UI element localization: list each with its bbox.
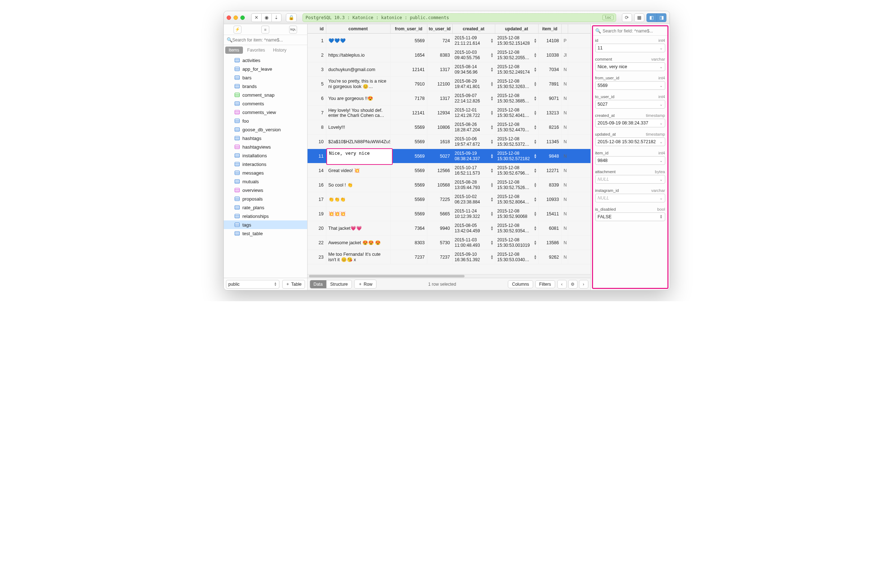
cell-id[interactable]: 5 (308, 77, 326, 91)
stepper-icon[interactable]: ▲▼ (490, 226, 494, 231)
field-input[interactable]: FALSE▲▼ (595, 213, 665, 221)
cell-id[interactable]: 6 (308, 91, 326, 105)
stepper-icon[interactable]: ▲▼ (490, 212, 494, 216)
cell-updated-at[interactable]: 2015-12-08 15:30:53.001019▲▼ (495, 236, 538, 250)
prev-page-button[interactable]: ‹ (557, 280, 567, 289)
table-row[interactable]: 10$2a$10$HZLN88PNuWWi4ZuS9lIb8dR98Ijt0kb… (308, 135, 591, 149)
cell-updated-at[interactable]: 2015-12-08 15:30:53.0340…▲▼ (495, 250, 538, 264)
chevron-down-icon[interactable]: ⌄ (660, 140, 663, 144)
stepper-icon[interactable]: ▲▼ (534, 52, 537, 58)
cell-created-at[interactable]: 2015-09-19 08:38:24.337▲▼ (453, 149, 495, 163)
sidebar-item-hashtags[interactable]: hashtags (224, 134, 307, 142)
stepper-icon[interactable]: ▲▼ (534, 183, 537, 188)
field-input[interactable]: 11⌄ (595, 44, 665, 52)
cell-extra[interactable]: N (562, 149, 568, 163)
cell-updated-at[interactable]: 2015-12-08 15:30:52.3685…▲▼ (495, 91, 538, 105)
table-row[interactable]: 2https://tableplus.io165483832015-10-03 … (308, 48, 591, 62)
cell-extra[interactable]: N (562, 192, 568, 206)
stepper-icon[interactable]: ▲▼ (534, 110, 537, 116)
cell-from-user-id[interactable]: 7237 (391, 250, 427, 264)
cell-item-id[interactable]: 9071 (538, 91, 562, 105)
col-header-comment[interactable]: comment (326, 24, 391, 33)
cell-item-id[interactable]: 15411 (538, 207, 562, 221)
stepper-icon[interactable]: ▲▼ (490, 240, 494, 245)
cell-id[interactable]: 2 (308, 48, 326, 62)
cell-from-user-id[interactable]: 12141 (391, 106, 427, 120)
chevron-down-icon[interactable]: ⌄ (660, 102, 663, 107)
cell-id[interactable]: 16 (308, 178, 326, 192)
cell-id[interactable]: 14 (308, 164, 326, 177)
cell-item-id[interactable]: 6081 (538, 221, 562, 235)
eye-icon[interactable]: ◉ (261, 14, 271, 22)
sidebar-item-interactions[interactable]: interactions (224, 160, 307, 168)
cell-from-user-id[interactable]: 8303 (391, 236, 427, 250)
cell-id[interactable]: 3 (308, 62, 326, 76)
cell-created-at[interactable]: 2015-10-02 06:23:38.884▲▼ (453, 192, 495, 206)
cell-updated-at[interactable]: 2015-12-08 15:30:52.4470…▲▼ (495, 120, 538, 134)
inspector-search[interactable]: 🔍 (593, 26, 667, 36)
cell-to-user-id[interactable]: 12100 (427, 77, 453, 91)
commit-icon[interactable]: ⇣ (271, 14, 281, 22)
sidebar-search-input[interactable] (233, 38, 304, 43)
col-header-to-user-id[interactable]: to_user_id (427, 24, 453, 33)
field-input[interactable]: NULL⌄ (595, 194, 665, 202)
field-input[interactable]: 2015-12-08 15:30:52.572182⌄ (595, 138, 665, 146)
cell-item-id[interactable]: 8339 (538, 178, 562, 192)
cell-from-user-id[interactable]: 7364 (391, 221, 427, 235)
cell-created-at[interactable]: 2015-09-07 22:14:12.826▲▼ (453, 91, 495, 105)
col-header-id[interactable]: id (308, 24, 326, 33)
cell-extra[interactable]: N (562, 221, 568, 235)
mode-data-button[interactable]: Data (310, 280, 327, 288)
add-row-button[interactable]: ＋Row (354, 280, 376, 289)
cell-extra[interactable]: Jl (562, 48, 568, 62)
cell-from-user-id[interactable]: 5569 (391, 120, 427, 134)
chevron-down-icon[interactable]: ⌄ (660, 64, 663, 69)
cell-extra[interactable]: N (562, 120, 568, 134)
table-row[interactable]: 1💙💙💙55697242015-11-09 21:11:21.614▲▼2015… (308, 33, 591, 48)
toggle-sidebar-left-icon[interactable]: ◧ (646, 14, 657, 22)
cell-from-user-id[interactable]: 5569 (391, 178, 427, 192)
cell-extra[interactable]: N (562, 135, 568, 148)
sidebar-item-app_for_leave[interactable]: app_for_leave (224, 64, 307, 73)
cell-updated-at[interactable]: 2015-12-08 15:30:52.572182▲▼ (495, 149, 538, 163)
cell-updated-at[interactable]: 2015-12-08 15:30:52.8064…▲▼ (495, 192, 538, 206)
stepper-icon[interactable]: ▲▼ (490, 96, 494, 101)
sidebar-item-test_table[interactable]: test_table (224, 229, 307, 238)
cell-comment[interactable]: https://tableplus.io (326, 48, 391, 62)
chevron-down-icon[interactable]: ⌄ (660, 177, 663, 182)
table-row[interactable]: 14Great video! 💥5569125662015-10-17 16:5… (308, 164, 591, 178)
col-header-created-at[interactable]: created_at (453, 24, 495, 33)
cell-id[interactable]: 10 (308, 135, 326, 148)
col-header-updated-at[interactable]: updated_at (495, 24, 538, 33)
connection-path-bar[interactable]: PostgreSQL 10.3 : Katonice : katonice : … (302, 14, 616, 22)
cell-to-user-id[interactable]: 5730 (427, 236, 453, 250)
chevron-down-icon[interactable]: ⌄ (660, 121, 663, 126)
cell-item-id[interactable]: 13213 (538, 106, 562, 120)
cell-extra[interactable]: N (562, 62, 568, 76)
cell-item-id[interactable]: 13586 (538, 236, 562, 250)
mode-structure-button[interactable]: Structure (327, 280, 352, 288)
next-page-button[interactable]: › (579, 280, 588, 289)
cell-created-at[interactable]: 2015-08-28 13:05:44.793▲▼ (453, 178, 495, 192)
sidebar-item-comments[interactable]: comments (224, 99, 307, 108)
cell-comment[interactable]: 💙💙💙 (326, 33, 391, 48)
cell-to-user-id[interactable]: 1317 (427, 91, 453, 105)
sidebar-item-tags[interactable]: tags (224, 220, 307, 229)
stepper-icon[interactable]: ▲▼ (490, 197, 494, 202)
cell-extra[interactable]: P (562, 33, 568, 48)
cell-id[interactable]: 23 (308, 250, 326, 264)
toggle-sidebar-right-icon[interactable]: ◨ (657, 14, 667, 22)
cell-created-at[interactable]: 2015-08-05 13:42:04.459▲▼ (453, 221, 495, 235)
cell-created-at[interactable]: 2015-10-06 19:57:47.672▲▼ (453, 135, 495, 148)
close-window-button[interactable] (227, 15, 231, 20)
sidebar-item-rate_plans[interactable]: rate_plans (224, 203, 307, 212)
cell-id[interactable]: 20 (308, 221, 326, 235)
stepper-icon[interactable]: ▲▼ (490, 255, 494, 260)
cell-extra[interactable]: N (562, 77, 568, 91)
sidebar-item-comment_snap[interactable]: comment_snap (224, 90, 307, 99)
cell-to-user-id[interactable]: 12566 (427, 164, 453, 177)
cell-comment[interactable]: Hey lovely! You should def. enter the Ch… (326, 106, 391, 120)
stepper-icon[interactable]: ▲▼ (534, 255, 537, 260)
cell-updated-at[interactable]: 2015-12-08 15:30:52.249174▲▼ (495, 62, 538, 76)
cell-updated-at[interactable]: 2015-12-08 15:30:52.7526…▲▼ (495, 178, 538, 192)
